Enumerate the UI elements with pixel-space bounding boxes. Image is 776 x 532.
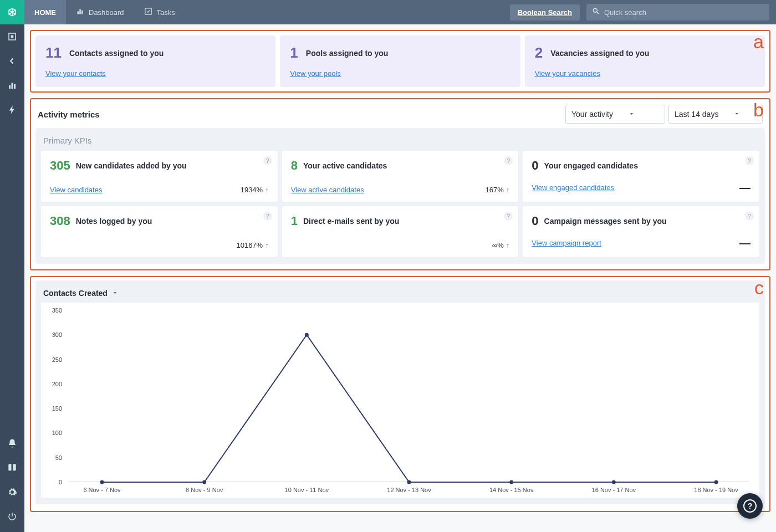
rail-item-chart-icon[interactable]	[0, 73, 24, 98]
top-nav: HOME Dashboard Tasks Boolean Search	[24, 0, 776, 24]
rail-item-power-icon[interactable]	[0, 504, 24, 529]
svg-rect-3	[9, 85, 11, 89]
summary-card: 2 Vacancies assigned to you View your va…	[525, 35, 765, 87]
quick-search-box[interactable]	[586, 4, 769, 21]
svg-point-10	[593, 8, 597, 12]
kpi-link[interactable]: View active candidates	[291, 186, 364, 194]
kpi-card: ? 305 New candidates added by you View c…	[41, 151, 278, 202]
nav-tab-tasks[interactable]: Tasks	[134, 0, 185, 24]
chevron-down-icon	[629, 110, 635, 119]
arrow-up-icon: ↑	[265, 241, 269, 249]
summary-link[interactable]: View your pools	[290, 69, 341, 78]
section-a-summary: a 11 Contacts assigned to you View your …	[30, 30, 770, 93]
summary-count: 11	[45, 44, 62, 62]
x-axis-tick: 8 Nov - 9 Nov	[186, 487, 223, 493]
kpi-label: Your engaged candidates	[544, 161, 638, 170]
summary-title: Pools assigned to you	[306, 49, 389, 58]
svg-point-18	[714, 480, 718, 484]
arrow-up-icon: ↑	[506, 186, 510, 194]
rail-item-book-icon[interactable]	[0, 456, 24, 480]
kpi-link[interactable]: View campaign report	[532, 239, 601, 247]
rail-item-square-icon[interactable]	[0, 24, 24, 49]
kpi-help-icon[interactable]: ?	[504, 156, 513, 165]
nav-label: Tasks	[157, 8, 175, 17]
rail-item-back-icon[interactable]	[0, 49, 24, 73]
rail-item-gear-icon[interactable]	[0, 480, 24, 504]
checkbox-icon	[144, 7, 152, 17]
svg-rect-4	[12, 83, 13, 89]
dropdown-label: Last 14 days	[675, 110, 718, 119]
rail-item-bolt-icon[interactable]	[0, 98, 24, 122]
kpi-no-change: —	[739, 181, 751, 194]
svg-point-15	[407, 480, 411, 484]
kpi-link[interactable]: View engaged candidates	[532, 183, 614, 192]
kpi-help-icon[interactable]: ?	[263, 156, 272, 165]
summary-link[interactable]: View your contacts	[45, 69, 106, 78]
kpi-label: Campaign messages sent by you	[544, 217, 667, 226]
svg-rect-9	[145, 8, 151, 14]
nav-tab-dashboard[interactable]: Dashboard	[66, 0, 134, 24]
svg-point-13	[202, 480, 206, 484]
arrow-up-icon: ↑	[265, 186, 269, 194]
kpi-label: Your active candidates	[303, 161, 387, 170]
kpi-help-icon[interactable]: ?	[745, 212, 754, 221]
y-axis-tick: 200	[47, 381, 62, 387]
kpi-label: Direct e-mails sent by you	[303, 217, 400, 226]
section-b-metrics: b Activity metrics Your activity Last 14…	[30, 98, 770, 270]
rail-item-bell-icon[interactable]	[0, 431, 24, 456]
section-c-chart: c Contacts Created	[30, 276, 770, 512]
y-axis-tick: 350	[47, 307, 62, 314]
question-icon: ?	[743, 499, 757, 513]
date-range-dropdown[interactable]: Last 14 days	[668, 105, 763, 124]
summary-title: Contacts assigned to you	[69, 49, 164, 58]
y-axis-tick: 300	[47, 331, 62, 338]
kpi-delta: 10167% ↑	[236, 241, 268, 249]
kpi-card: ? 0 Campaign messages sent by you View c…	[523, 206, 759, 257]
x-axis-tick: 14 Nov - 15 Nov	[489, 487, 533, 493]
kpi-help-icon[interactable]: ?	[504, 212, 513, 221]
svg-rect-8	[81, 11, 83, 14]
summary-link[interactable]: View your vacancies	[535, 69, 600, 78]
y-axis-tick: 50	[47, 454, 62, 461]
svg-rect-2	[12, 36, 13, 38]
boolean-search-button[interactable]: Boolean Search	[510, 4, 580, 21]
x-axis-tick: 16 Nov - 17 Nov	[592, 487, 636, 493]
svg-rect-6	[78, 12, 79, 14]
kpi-card: ? 0 Your engaged candidates View engaged…	[523, 151, 759, 202]
kpi-link[interactable]: View candidates	[50, 186, 102, 194]
nav-label: Dashboard	[89, 8, 124, 17]
x-axis-tick: 18 Nov - 19 Nov	[694, 487, 738, 493]
svg-point-17	[612, 480, 616, 484]
kpi-card: ? 308 Notes logged by you 10167% ↑	[41, 206, 278, 257]
dropdown-label: Your activity	[571, 110, 613, 119]
x-axis-tick: 6 Nov - 7 Nov	[83, 487, 120, 493]
kpi-card: ? 8 Your active candidates View active c…	[282, 151, 519, 202]
kpi-delta: ∞% ↑	[492, 241, 509, 249]
summary-count: 1	[290, 44, 298, 62]
y-axis-tick: 0	[47, 479, 62, 485]
kpi-help-icon[interactable]: ?	[263, 212, 272, 221]
summary-card: 11 Contacts assigned to you View your co…	[35, 35, 275, 87]
left-nav-rail	[0, 0, 24, 532]
kpi-value: 0	[532, 214, 538, 228]
summary-card: 1 Pools assigned to you View your pools	[280, 35, 520, 87]
kpi-value: 305	[50, 158, 70, 173]
kpi-label: Notes logged by you	[76, 217, 152, 226]
y-axis-tick: 250	[47, 356, 62, 363]
activity-scope-dropdown[interactable]: Your activity	[565, 105, 665, 124]
bar-chart-icon	[76, 7, 84, 17]
help-fab-button[interactable]: ?	[737, 493, 763, 519]
primary-kpis-heading: Primary KPIs	[41, 135, 759, 151]
kpi-value: 8	[291, 158, 298, 173]
kpi-label: New candidates added by you	[76, 161, 187, 170]
app-logo[interactable]	[0, 0, 24, 24]
kpi-no-change: —	[739, 237, 751, 249]
kpi-help-icon[interactable]: ?	[745, 156, 754, 165]
y-axis-tick: 100	[47, 429, 62, 436]
nav-tab-home[interactable]: HOME	[24, 0, 66, 24]
svg-rect-7	[79, 9, 81, 14]
quick-search-input[interactable]	[600, 8, 764, 17]
chart-metric-dropdown[interactable]: Contacts Created	[41, 286, 759, 303]
svg-point-14	[305, 333, 309, 337]
kpi-card: ? 1 Direct e-mails sent by you ∞% ↑	[282, 206, 519, 257]
